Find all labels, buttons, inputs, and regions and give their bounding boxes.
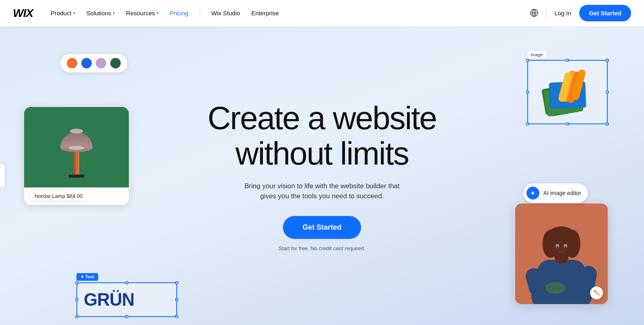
ai-chip-icon: ✦ xyxy=(526,187,539,200)
chevron-down-icon: ▾ xyxy=(157,11,159,15)
hero-get-started-button[interactable]: Get Started xyxy=(283,216,361,239)
handle-tr xyxy=(606,59,609,62)
hero-right-decorations: Image xyxy=(495,27,632,325)
handle-mr xyxy=(606,91,609,94)
color-palette-widget xyxy=(60,54,127,72)
nav-item-resources[interactable]: Resources ▾ xyxy=(121,6,163,20)
chevron-down-icon: ▾ xyxy=(73,11,75,15)
lamp-illustration xyxy=(52,115,101,179)
svg-point-8 xyxy=(68,146,85,150)
text-widget-box: GRÜN xyxy=(76,282,177,317)
nav-divider xyxy=(200,8,200,18)
left-edge-tab xyxy=(0,164,5,188)
hero-left-decorations: Nordar Lamp $84.00 ✦ Text GRÜN xyxy=(12,27,141,325)
handle-bm xyxy=(125,315,128,318)
hero-center-content: Create a website without limits Bring yo… xyxy=(200,101,444,251)
handle-tl xyxy=(526,59,529,62)
color-dot-orange xyxy=(67,58,77,68)
edit-icon: ✏️ xyxy=(590,286,603,299)
text-widget: ✦ Text GRÜN xyxy=(76,273,177,317)
nav-get-started-button[interactable]: Get Started xyxy=(579,5,631,21)
ai-chip: ✦ AI image editor xyxy=(523,183,588,203)
nav-separator xyxy=(546,8,546,18)
handle-bm xyxy=(566,122,569,125)
text-widget-tag: ✦ Text xyxy=(76,273,98,281)
handle-tr xyxy=(175,281,178,284)
svg-rect-5 xyxy=(68,175,85,178)
handle-br xyxy=(606,122,609,125)
nav-item-pricing[interactable]: Pricing xyxy=(165,6,193,20)
nav-item-enterprise[interactable]: Enterprise xyxy=(247,6,284,20)
handle-mr xyxy=(175,298,178,301)
image-widget-label: Image xyxy=(527,51,546,58)
lamp-card-image xyxy=(24,107,129,187)
handle-bl xyxy=(526,122,529,125)
nav-right: Log In Get Started xyxy=(530,5,631,21)
handle-ml xyxy=(75,298,78,301)
wix-logo[interactable]: WIX xyxy=(13,7,33,20)
nav-item-wix-studio[interactable]: Wix Studio xyxy=(206,6,245,20)
handle-tm xyxy=(566,59,569,62)
svg-point-22 xyxy=(545,282,566,294)
handle-br xyxy=(175,315,178,318)
svg-point-31 xyxy=(557,245,559,248)
stacked-cards-illustration xyxy=(541,68,594,116)
svg-point-32 xyxy=(565,245,567,248)
gruen-brand-text: GRÜN xyxy=(84,290,170,310)
image-widget-box xyxy=(527,60,608,124)
nav-links: Product ▾ Solutions ▾ Resources ▾ Pricin… xyxy=(46,6,530,20)
lamp-svg xyxy=(52,115,101,179)
hero-subtitle: Bring your vision to life with the websi… xyxy=(208,181,436,202)
color-dot-green xyxy=(110,58,121,68)
handle-bl xyxy=(75,315,78,318)
photo-card-inner: ✏️ xyxy=(515,204,608,304)
svg-point-28 xyxy=(554,248,569,264)
hero-title: Create a website without limits xyxy=(208,101,436,171)
globe-icon[interactable] xyxy=(530,8,539,18)
ai-chip-text: AI image editor xyxy=(543,190,581,196)
navbar: WIX Product ▾ Solutions ▾ Resources ▾ Pr… xyxy=(0,0,644,27)
nav-item-solutions[interactable]: Solutions ▾ xyxy=(82,6,120,20)
lamp-price-tag: Nordar Lamp $84.00 xyxy=(24,187,129,205)
lamp-product-card: Nordar Lamp $84.00 xyxy=(24,107,129,205)
image-widget: Image xyxy=(527,51,608,124)
handle-tm xyxy=(125,281,128,284)
login-button[interactable]: Log In xyxy=(553,6,573,20)
handle-ml xyxy=(526,91,529,94)
color-dot-blue xyxy=(81,58,92,68)
nav-item-product[interactable]: Product ▾ xyxy=(46,6,80,20)
color-dot-purple xyxy=(96,58,106,68)
svg-rect-19 xyxy=(537,260,586,304)
stacked-items-svg xyxy=(541,68,598,116)
svg-point-7 xyxy=(70,129,83,134)
hero-section: Nordar Lamp $84.00 ✦ Text GRÜN Crea xyxy=(0,27,644,325)
handle-tl xyxy=(75,281,78,284)
hero-free-text: Start for free. No credit card required. xyxy=(208,245,436,251)
photo-card: ✏️ xyxy=(515,204,608,304)
chevron-down-icon: ▾ xyxy=(113,11,115,15)
